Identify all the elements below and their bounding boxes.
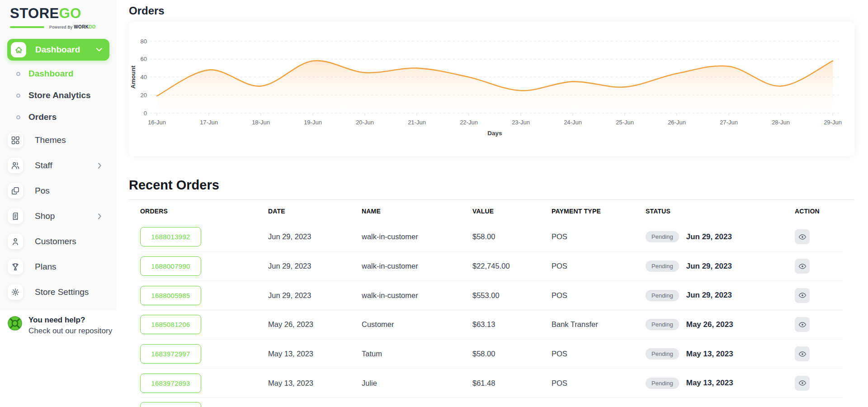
svg-text:26-Jun: 26-Jun [668, 119, 686, 126]
eye-icon [798, 350, 807, 358]
order-id-button[interactable]: 1688005985 [140, 286, 201, 305]
chevron-down-icon [96, 48, 102, 52]
sidebar-submenu-item-orders[interactable]: Orders [0, 106, 116, 128]
help-repository-link[interactable]: You need help? Check out our repository [0, 309, 116, 336]
sidebar-group-label: Dashboard [35, 45, 96, 55]
sidebar-menu-label: Store Settings [35, 287, 116, 297]
svg-text:24-Jun: 24-Jun [564, 119, 582, 126]
logo-text: STOREGO [10, 5, 96, 22]
eye-icon [798, 321, 807, 329]
status-date: Jun 29, 2023 [686, 262, 732, 271]
sidebar-submenu-label: Orders [28, 112, 57, 122]
sidebar-menu-label: Plans [35, 262, 116, 272]
trophy-icon [8, 259, 23, 274]
order-id-button[interactable]: 1688013992 [140, 227, 201, 246]
order-id-button[interactable] [140, 402, 201, 407]
status-badge: Pending [646, 260, 679, 272]
svg-text:21-Jun: 21-Jun [408, 119, 426, 126]
payment-type-cell: POS [552, 232, 646, 241]
eye-icon [798, 291, 807, 299]
sidebar-item-plans[interactable]: Plans [0, 254, 116, 279]
status-badge: Pending [646, 378, 679, 389]
sidebar-group-dashboard[interactable]: Dashboard [7, 39, 109, 61]
sidebar-menu-label: Pos [35, 186, 116, 196]
svg-text:Days: Days [487, 130, 502, 137]
eye-icon [798, 262, 807, 270]
bullet-icon [16, 72, 20, 76]
column-header-action: ACTION [795, 208, 843, 215]
order-value-cell: $58.00 [472, 232, 552, 241]
column-header-status: STATUS [646, 208, 795, 215]
svg-text:29-Jun: 29-Jun [824, 119, 842, 126]
order-value-cell: $61.48 [472, 379, 552, 388]
customer-name-cell: walk-in-customer [362, 232, 472, 241]
view-order-button[interactable] [795, 288, 810, 303]
order-value-cell: $63.13 [472, 320, 552, 329]
main-content: Orders 02040608016-Jun17-Jun18-Jun19-Jun… [116, 0, 868, 407]
sidebar-submenu-item-dashboard[interactable]: Dashboard [0, 63, 116, 85]
sidebar-item-themes[interactable]: Themes [0, 128, 116, 153]
table-row: 1688013992 Jun 29, 2023 walk-in-customer… [140, 222, 843, 252]
sidebar-item-shop[interactable]: Shop [0, 204, 116, 229]
column-header-payment-type: PAYMENT TYPE [552, 208, 646, 215]
help-title: You need help? [28, 316, 112, 325]
svg-text:0: 0 [144, 110, 147, 117]
sidebar-item-pos[interactable]: Pos [0, 178, 116, 204]
view-order-button[interactable] [795, 376, 810, 391]
powered-by-text: Powered By WORKDO [49, 24, 96, 29]
order-date-cell: Jun 29, 2023 [268, 262, 362, 270]
table-row: 1685081206 May 26, 2023 Customer $63.13 … [140, 310, 843, 340]
storego-logo[interactable]: STOREGO Powered By WORKDO [10, 5, 96, 29]
order-id-button[interactable]: 1683972893 [140, 374, 201, 393]
sidebar-item-staff[interactable]: Staff [0, 153, 116, 178]
status-badge: Pending [646, 319, 679, 330]
users-icon [8, 158, 23, 173]
order-id-button[interactable]: 1688007990 [140, 256, 201, 276]
order-id-button[interactable]: 1683972997 [140, 344, 201, 364]
view-order-button[interactable] [795, 317, 810, 332]
order-date-cell: May 13, 2023 [268, 379, 362, 388]
order-id-button[interactable]: 1685081206 [140, 315, 201, 334]
sidebar-menu: Themes Staff Pos Shop Customers Plans St… [0, 128, 116, 305]
view-order-button[interactable] [795, 346, 810, 361]
sidebar-item-store-settings[interactable]: Store Settings [0, 279, 116, 305]
order-value-cell: $553.00 [472, 291, 552, 300]
sidebar-submenu-label: Dashboard [28, 69, 73, 79]
customer-name-cell: walk-in-customer [362, 291, 472, 300]
column-header-name: NAME [362, 208, 472, 215]
view-order-button[interactable] [795, 229, 810, 244]
sidebar: STOREGO Powered By WORKDO Dashboard Dash… [0, 0, 116, 309]
sidebar-item-customers[interactable]: Customers [0, 229, 116, 254]
recent-orders-table: ORDERSDATENAMEVALUEPAYMENT TYPESTATUSACT… [129, 199, 854, 407]
customer-icon [8, 234, 23, 249]
gear-icon [8, 284, 23, 300]
table-row: 1683972893 May 13, 2023 Julie $61.48 POS… [140, 369, 843, 398]
column-header-date: DATE [268, 208, 362, 215]
status-badge: Pending [646, 348, 679, 360]
help-subtitle: Check out our repository [28, 327, 112, 336]
svg-text:22-Jun: 22-Jun [460, 119, 478, 126]
eye-icon [798, 233, 807, 241]
table-row: 1688007990 Jun 29, 2023 walk-in-customer… [140, 252, 843, 281]
payment-type-cell: POS [552, 379, 646, 388]
sidebar-submenu-label: Store Analytics [28, 90, 91, 100]
pos-icon [8, 183, 23, 199]
svg-text:40: 40 [141, 74, 147, 80]
svg-text:60: 60 [141, 56, 147, 62]
page-title: Orders [129, 5, 165, 17]
eye-icon [798, 379, 807, 387]
chevron-right-icon [98, 163, 102, 169]
table-row: 1683972997 May 13, 2023 Tatum $58.00 POS… [140, 340, 843, 369]
payment-type-cell: POS [552, 350, 646, 358]
orders-area-chart: 02040608016-Jun17-Jun18-Jun19-Jun20-Jun2… [129, 22, 854, 156]
customer-name-cell: Tatum [362, 350, 472, 358]
svg-text:28-Jun: 28-Jun [772, 119, 790, 126]
sidebar-menu-label: Staff [35, 161, 98, 170]
sidebar-submenu-item-store-analytics[interactable]: Store Analytics [0, 85, 116, 106]
svg-text:20: 20 [141, 92, 147, 99]
order-date-cell: Jun 29, 2023 [268, 232, 362, 241]
recent-orders-title: Recent Orders [129, 178, 219, 193]
logo-underline [10, 26, 44, 28]
sidebar-menu-label: Shop [35, 211, 98, 221]
view-order-button[interactable] [795, 259, 810, 274]
